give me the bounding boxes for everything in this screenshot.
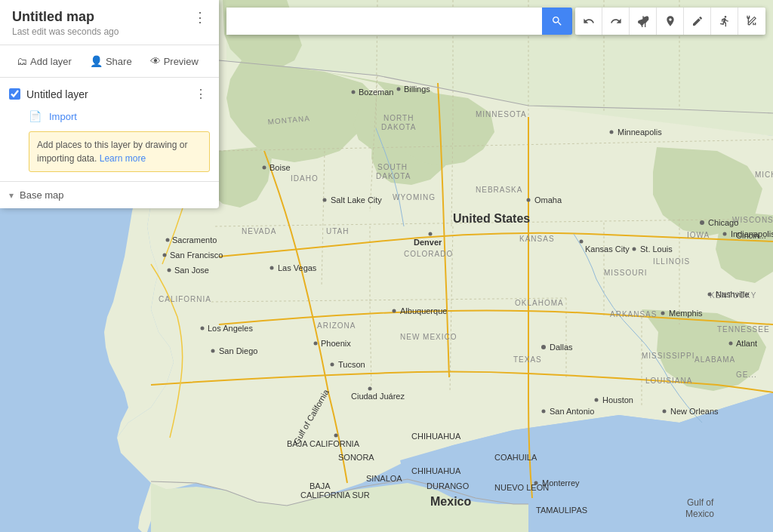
- pan-button[interactable]: [630, 8, 657, 35]
- svg-text:IOWA: IOWA: [687, 231, 710, 239]
- sidebar-menu-button[interactable]: ⋮: [190, 9, 210, 26]
- sidebar-actions: 🗂 Add layer 👤 Share 👁 Preview: [0, 45, 219, 78]
- import-label: Import: [49, 111, 77, 122]
- layer-title-area: Untitled layer: [9, 88, 88, 100]
- sidebar-title-area: Untitled map Last edit was seconds ago: [12, 9, 119, 37]
- route-button[interactable]: [711, 8, 738, 35]
- svg-point-100: [661, 312, 665, 315]
- learn-more-link[interactable]: Learn more: [100, 153, 146, 164]
- chevron-down-icon: ▾: [9, 190, 14, 201]
- add-layer-label: Add layer: [30, 56, 72, 67]
- svg-text:Kansas City: Kansas City: [585, 244, 630, 254]
- svg-text:OKLAHOMA: OKLAHOMA: [515, 299, 564, 307]
- svg-text:CALIFORNIA: CALIFORNIA: [159, 295, 211, 303]
- svg-text:Omaha: Omaha: [534, 195, 562, 204]
- svg-point-58: [429, 232, 433, 236]
- draw-line-icon: [691, 15, 704, 27]
- svg-text:NEVADA: NEVADA: [242, 227, 276, 235]
- route-icon: [719, 15, 731, 27]
- svg-text:San Diego: San Diego: [219, 346, 257, 355]
- share-icon: 👤: [90, 55, 103, 67]
- svg-point-52: [397, 88, 401, 91]
- svg-text:Atlant: Atlant: [736, 339, 757, 348]
- sidebar: Untitled map Last edit was seconds ago ⋮…: [0, 0, 219, 208]
- svg-text:Cincin...: Cincin...: [736, 231, 766, 240]
- svg-text:NORTH: NORTH: [383, 114, 414, 122]
- svg-point-86: [541, 345, 546, 349]
- svg-text:CALIFORNIA SUR: CALIFORNIA SUR: [300, 490, 370, 500]
- svg-text:UTAH: UTAH: [326, 227, 349, 235]
- svg-text:Albuquerque: Albuquerque: [400, 306, 447, 315]
- svg-text:Salt Lake City: Salt Lake City: [331, 195, 382, 204]
- share-label: Share: [106, 56, 132, 67]
- svg-text:United States: United States: [453, 212, 530, 225]
- layer-checkbox[interactable]: [9, 88, 20, 100]
- add-layer-icon: 🗂: [17, 55, 27, 67]
- svg-text:Mexico: Mexico: [430, 495, 471, 508]
- svg-text:San Jose: San Jose: [174, 266, 209, 275]
- search-button[interactable]: [542, 8, 572, 35]
- svg-point-96: [723, 232, 727, 236]
- svg-point-74: [314, 342, 318, 346]
- preview-button[interactable]: 👁 Preview: [143, 51, 206, 71]
- svg-text:COAHUILA: COAHUILA: [494, 453, 537, 462]
- svg-point-90: [542, 410, 546, 414]
- svg-text:Minneapolis: Minneapolis: [617, 128, 662, 137]
- measure-button[interactable]: [738, 8, 765, 35]
- svg-text:CHIHUAHUA: CHIHUAHUA: [411, 432, 461, 441]
- svg-text:GE...: GE...: [736, 371, 757, 379]
- svg-text:TAMAULIPAS: TAMAULIPAS: [536, 506, 587, 515]
- svg-text:St. Louis: St. Louis: [640, 244, 673, 254]
- undo-button[interactable]: [575, 8, 602, 35]
- svg-point-64: [163, 254, 167, 257]
- svg-text:Monterrey: Monterrey: [542, 478, 580, 487]
- svg-text:MINNESOTA: MINNESOTA: [476, 110, 527, 118]
- marker-button[interactable]: [657, 8, 684, 35]
- layer-menu-button[interactable]: ⋮: [192, 85, 210, 103]
- svg-text:Ciudad Juárez: Ciudad Juárez: [351, 392, 405, 401]
- svg-text:IDAHO: IDAHO: [291, 174, 319, 183]
- svg-text:TENNESSEE: TENNESSEE: [717, 325, 770, 334]
- svg-point-94: [700, 220, 704, 225]
- svg-point-92: [610, 131, 614, 134]
- svg-text:BAJA: BAJA: [310, 481, 331, 490]
- svg-text:Billings: Billings: [404, 85, 430, 94]
- svg-text:SONORA: SONORA: [338, 453, 374, 462]
- measure-icon: [746, 15, 758, 27]
- map-title: Untitled map: [12, 9, 119, 25]
- svg-text:Boise: Boise: [269, 163, 291, 172]
- svg-text:SINALOA: SINALOA: [366, 474, 402, 483]
- svg-point-68: [201, 327, 205, 331]
- import-button[interactable]: 📄 Import: [0, 107, 86, 125]
- svg-point-98: [708, 293, 712, 297]
- info-box: Add places to this layer by drawing or i…: [29, 131, 210, 172]
- add-layer-button[interactable]: 🗂 Add layer: [9, 51, 79, 71]
- svg-text:Mexico: Mexico: [685, 509, 714, 519]
- svg-text:Los Angeles: Los Angeles: [208, 324, 253, 333]
- svg-point-50: [352, 91, 356, 94]
- draw-line-button[interactable]: [684, 8, 711, 35]
- share-button[interactable]: 👤 Share: [82, 51, 140, 71]
- svg-text:Memphis: Memphis: [669, 309, 703, 318]
- svg-text:ILLINOIS: ILLINOIS: [653, 257, 690, 266]
- svg-point-60: [270, 266, 274, 270]
- svg-point-62: [166, 238, 170, 242]
- svg-text:San Francisco: San Francisco: [170, 251, 223, 260]
- svg-point-104: [729, 342, 733, 346]
- import-icon: 📄: [29, 110, 42, 122]
- sidebar-header: Untitled map Last edit was seconds ago ⋮: [0, 0, 219, 45]
- svg-text:San Antonio: San Antonio: [550, 407, 594, 416]
- svg-point-122: [534, 481, 538, 485]
- svg-text:ALABAMA: ALABAMA: [694, 355, 735, 364]
- base-map-section[interactable]: ▾ Base map: [0, 181, 219, 208]
- svg-text:DAKOTA: DAKOTA: [376, 172, 411, 180]
- svg-text:ARIZONA: ARIZONA: [317, 321, 356, 330]
- layer-name: Untitled layer: [26, 88, 88, 100]
- svg-text:Dallas: Dallas: [550, 343, 573, 352]
- svg-text:WYOMING: WYOMING: [393, 193, 436, 201]
- map-subtitle: Last edit was seconds ago: [12, 26, 119, 37]
- svg-point-84: [633, 248, 636, 251]
- search-input[interactable]: [226, 8, 542, 35]
- redo-button[interactable]: [602, 8, 630, 35]
- layers-section: Untitled layer ⋮ 📄 Import Add places to …: [0, 78, 219, 172]
